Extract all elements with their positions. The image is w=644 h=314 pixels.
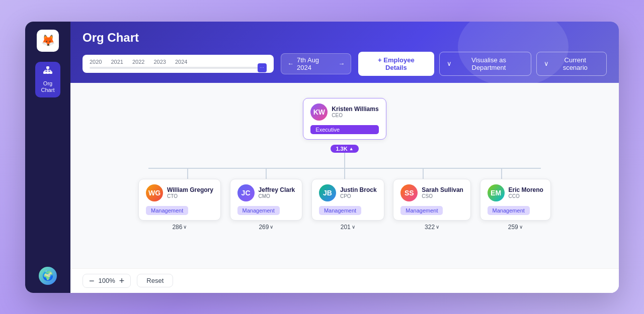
report-3-avatar: JB [319, 184, 336, 201]
sidebar: 🦊 OrgChart 🌍 [25, 22, 70, 293]
zoom-in-button[interactable]: + [119, 276, 125, 285]
vc5 [501, 169, 502, 179]
report-3-info: Justin Brock CPO [340, 186, 377, 199]
report-3-count[interactable]: 201 ∨ [341, 224, 355, 231]
timeline-container: 2020 2021 2022 2023 2024 ··· [83, 55, 274, 73]
report-4-badge: Management [400, 206, 443, 215]
report-5-name: Eric Moreno [509, 186, 543, 193]
report-card-3[interactable]: JB Justin Brock CPO Management [311, 179, 384, 221]
report-vertical-connectors [148, 169, 541, 179]
zoom-value: 100% [99, 277, 115, 284]
timeline-track[interactable]: ··· [90, 67, 267, 69]
svg-rect-3 [49, 71, 52, 74]
ceo-badge: Executive [310, 125, 378, 134]
date-selector[interactable]: ← 7th Aug 2024 → [281, 53, 351, 74]
vertical-connector [344, 153, 345, 168]
report-4-person: SS Sarah Sullivan CSO [400, 184, 463, 201]
chevron-down-4: ∨ [436, 224, 439, 230]
report-5-person: EM Eric Moreno CCO [488, 184, 543, 201]
ceo-person: KW Kristen Williams CEO [310, 103, 378, 121]
chevron-down-3: ∨ [352, 224, 355, 230]
report-2-info: Jeffrey Clark CMO [259, 186, 295, 199]
chevron-down-2: ∨ [270, 224, 273, 230]
ceo-connector: 1.3K ▲ [331, 140, 358, 168]
svg-rect-0 [46, 66, 49, 69]
timeline-wrapper: 2020 2021 2022 2023 2024 ··· [90, 59, 267, 69]
vc3 [344, 169, 345, 179]
report-5-count[interactable]: 259 ∨ [508, 224, 523, 231]
report-3-name: Justin Brock [340, 186, 377, 193]
report-1-role: CTO [167, 193, 213, 199]
sidebar-item-label: OrgChart [41, 80, 55, 93]
employee-details-button[interactable]: + Employee Details [358, 52, 434, 76]
chevron-down-5: ∨ [519, 224, 523, 230]
zoom-out-button[interactable]: − [89, 276, 95, 285]
timeline-thumb-icon: ··· [260, 65, 265, 70]
report-2-count[interactable]: 269 ∨ [259, 224, 273, 231]
ceo-avatar: KW [310, 103, 328, 121]
year-2022: 2022 [132, 59, 144, 65]
report-4-role: CSO [422, 193, 463, 199]
chart-area: KW Kristen Williams CEO Executive 1.3 [70, 83, 619, 268]
vc1 [187, 169, 188, 179]
ceo-card[interactable]: KW Kristen Williams CEO Executive [303, 98, 386, 140]
ceo-info: Kristen Williams CEO [332, 106, 378, 118]
main-content: Org Chart 2020 2021 2022 2023 2024 [70, 22, 619, 293]
chevron-up-icon: ▲ [349, 146, 354, 151]
report-1-avatar: WG [146, 184, 163, 201]
report-1-count[interactable]: 286 ∨ [172, 224, 187, 231]
svg-rect-2 [46, 71, 49, 74]
chart-footer: − 100% + Reset [70, 268, 619, 293]
ceo-level: KW Kristen Williams CEO Executive [303, 98, 386, 140]
report-3-wrapper: JB Justin Brock CPO Management 201 ∨ [311, 179, 384, 231]
report-1-badge: Management [146, 206, 188, 215]
header-blob [458, 22, 569, 83]
app-window: 🦊 OrgChart 🌍 [25, 22, 619, 293]
report-1-info: William Gregory CTO [167, 186, 213, 199]
report-2-name: Jeffrey Clark [259, 186, 295, 193]
reports-level: WG William Gregory CTO Management 286 ∨ [138, 179, 551, 231]
chevron-down-icon: ∨ [447, 60, 452, 67]
org-chart-icon [43, 66, 53, 78]
year-2023: 2023 [153, 59, 166, 65]
reset-button[interactable]: Reset [137, 274, 173, 287]
report-5-avatar: EM [488, 184, 505, 201]
report-4-wrapper: SS Sarah Sullivan CSO Management 322 ∨ [393, 179, 471, 231]
app-logo[interactable]: 🦊 [37, 30, 59, 52]
ceo-name: Kristen Williams [332, 106, 378, 113]
vc4 [423, 169, 424, 179]
ceo-role: CEO [332, 113, 378, 118]
org-tree: KW Kristen Williams CEO Executive 1.3 [80, 93, 609, 231]
report-5-badge: Management [488, 206, 530, 215]
report-4-name: Sarah Sullivan [422, 186, 463, 193]
year-2021: 2021 [111, 59, 123, 65]
ceo-count-bubble-wrapper: 1.3K ▲ [331, 144, 358, 153]
user-avatar[interactable]: 🌍 [39, 267, 57, 285]
report-1-name: William Gregory [167, 186, 213, 193]
sidebar-bottom: 🌍 [39, 267, 57, 285]
report-card-4[interactable]: SS Sarah Sullivan CSO Management [393, 179, 471, 221]
chevron-down-1: ∨ [183, 224, 187, 230]
timeline-thumb[interactable]: ··· [258, 63, 267, 72]
year-2020: 2020 [90, 59, 102, 65]
date-arrow-left[interactable]: ← [287, 60, 294, 67]
sidebar-item-org-chart[interactable]: OrgChart [35, 62, 61, 97]
report-card-2[interactable]: JC Jeffrey Clark CMO Management [230, 179, 303, 221]
report-3-badge: Management [319, 206, 361, 215]
report-card-1[interactable]: WG William Gregory CTO Management [138, 179, 221, 221]
ceo-count[interactable]: 1.3K ▲ [331, 145, 358, 153]
report-4-avatar: SS [400, 184, 418, 201]
report-2-wrapper: JC Jeffrey Clark CMO Management 269 ∨ [230, 179, 303, 231]
report-card-5[interactable]: EM Eric Moreno CCO Management [480, 179, 551, 221]
report-2-role: CMO [259, 193, 295, 199]
report-5-info: Eric Moreno CCO [509, 186, 543, 199]
report-2-avatar: JC [237, 184, 255, 201]
report-5-role: CCO [509, 193, 543, 199]
svg-rect-1 [43, 71, 46, 74]
report-2-badge: Management [237, 206, 280, 215]
date-arrow-right[interactable]: → [338, 60, 345, 67]
report-3-role: CPO [340, 193, 377, 199]
report-4-count[interactable]: 322 ∨ [425, 224, 439, 231]
zoom-controls: − 100% + [83, 274, 131, 288]
report-4-info: Sarah Sullivan CSO [422, 186, 463, 199]
